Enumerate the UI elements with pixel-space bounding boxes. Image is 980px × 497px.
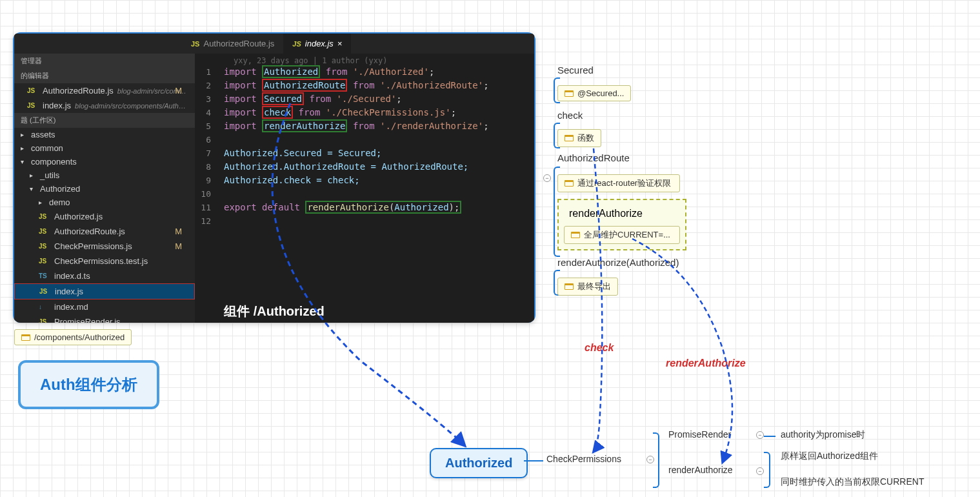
code-area: yxy, 23 days ago | 1 author (yxy) 1impor… <box>195 54 534 323</box>
drawer-icon <box>565 135 574 141</box>
collapse-icon[interactable]: − <box>543 174 551 182</box>
editor-caption: 组件 /Authorized <box>13 303 535 320</box>
label-renderauthorize: renderAuthorize <box>564 205 680 222</box>
tab-index[interactable]: JSindex.js× <box>283 34 351 54</box>
note-return-authorized: 原样返回Authorized组件 <box>781 451 878 462</box>
editor-tabs: JSAuthorizedRoute.js JSindex.js× <box>14 34 534 54</box>
drawer-icon <box>21 334 30 341</box>
label-secured: Secured <box>557 65 594 76</box>
file-explorer: 管理器 的编辑器 JSAuthorizedRoute.js blog-admin… <box>14 54 195 323</box>
node-check-sub[interactable]: 函数 <box>557 129 601 147</box>
tab-authorizedroute[interactable]: JSAuthorizedRoute.js <box>182 34 283 54</box>
folder-assets[interactable]: assets <box>14 128 195 141</box>
bracket <box>653 432 659 488</box>
label-checkpermissions: CheckPermissions <box>546 454 621 464</box>
open-file-1[interactable]: JSAuthorizedRoute.js blog-admin/src/comp… <box>14 83 195 98</box>
folder-common[interactable]: common <box>14 141 195 155</box>
folder-demo[interactable]: demo <box>14 196 195 209</box>
folder-utils[interactable]: _utils <box>14 168 195 182</box>
section-workspace: 题 (工作区) <box>14 113 195 128</box>
label-authorizedroute: AuthorizedRoute <box>557 152 630 163</box>
file-authorized[interactable]: JSAuthorized.js <box>14 209 195 224</box>
node-renderauth-sub[interactable]: 全局维护CURRENT=... <box>564 226 680 244</box>
file-authorizedroute[interactable]: JSAuthorizedRoute.jsM <box>14 224 195 239</box>
file-checkpermissions[interactable]: JSCheckPermissions.jsM <box>14 239 195 254</box>
label-promiserender: PromiseRender <box>668 429 731 440</box>
close-icon[interactable]: × <box>337 39 343 48</box>
file-checkpermissions-test[interactable]: JSCheckPermissions.test.js <box>14 254 195 269</box>
node-secured-sub[interactable]: @Secured... <box>557 85 631 101</box>
editor-card: JSAuthorizedRoute.js JSindex.js× 管理器 的编辑… <box>13 32 535 323</box>
connector <box>524 460 543 462</box>
arrow-label-check: check <box>585 342 614 354</box>
node-final-export[interactable]: 最终导出 <box>557 278 618 296</box>
open-file-2[interactable]: JSindex.js blog-admin/src/components/Aut… <box>14 98 195 113</box>
section-manager: 管理器 <box>14 54 195 68</box>
node-components-path[interactable]: /components/Authorized <box>14 329 132 345</box>
drawer-icon <box>571 232 580 238</box>
git-blame: yxy, 23 days ago | 1 author (yxy) <box>195 56 534 65</box>
section-editors: 的编辑器 <box>14 68 195 83</box>
label-check: check <box>557 110 583 121</box>
folder-components[interactable]: components <box>14 155 195 168</box>
connector <box>764 436 775 437</box>
node-authorized[interactable]: Authorized <box>430 448 528 478</box>
label-renderauthorize2: renderAuthorize <box>668 465 733 475</box>
dashed-group-renderauth: renderAuthorize 全局维护CURRENT=... <box>557 199 686 250</box>
drawer-icon <box>565 180 574 187</box>
collapse-icon[interactable]: − <box>756 431 764 439</box>
label-renderauth-call: renderAuthorize(Authorized) <box>557 257 679 268</box>
file-index-js[interactable]: JSindex.js <box>14 283 195 299</box>
arrow-label-renderauth: renderAuthorize <box>666 358 746 369</box>
collapse-icon[interactable]: − <box>756 467 764 475</box>
title-pill: Auth组件分析 <box>18 360 159 409</box>
drawer-icon <box>565 90 574 97</box>
bracket <box>764 452 770 488</box>
node-authroute-sub[interactable]: 通过react-router验证权限 <box>557 174 680 192</box>
note-maintain-current: 同时维护传入的当前权限CURRENT <box>781 476 924 488</box>
note-promise: authority为promise时 <box>781 429 866 441</box>
drawer-icon <box>565 283 574 290</box>
folder-authorized[interactable]: Authorized <box>14 182 195 196</box>
file-index-dts[interactable]: TSindex.d.ts <box>14 269 195 283</box>
